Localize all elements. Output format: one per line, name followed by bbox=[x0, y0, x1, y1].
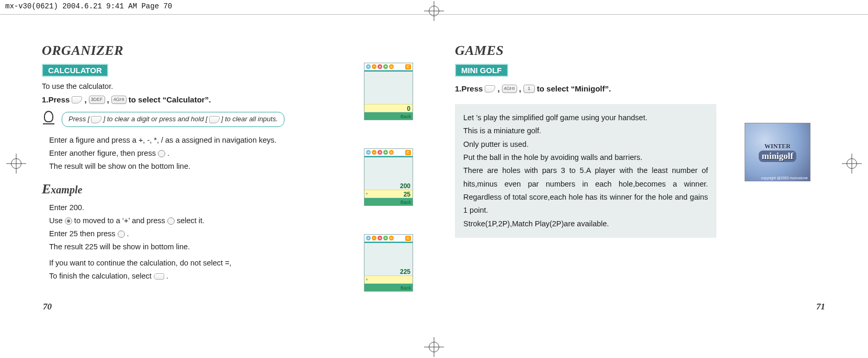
minus-icon: − bbox=[372, 64, 376, 69]
panel-l5: There are holes with pars 3 to 5.A playe… bbox=[463, 164, 708, 217]
thumb-top: WINTER bbox=[764, 143, 791, 151]
plus-icon: + bbox=[383, 64, 388, 69]
softkey-icon bbox=[72, 96, 82, 103]
instr-2: Enter another figure, then press . bbox=[49, 148, 413, 159]
page-title-left: ORGANIZER bbox=[42, 43, 413, 59]
nav-ok-icon bbox=[167, 217, 175, 225]
key-1-icon: 1 bbox=[523, 85, 535, 93]
panel-l2: This is a miniature golf. bbox=[463, 124, 708, 137]
softkey-icon bbox=[209, 116, 220, 123]
minigolf-thumbnail: WINTER minigolf copyright @2003 monoston… bbox=[745, 123, 810, 181]
calc-shot-3: ÷ − × + = C 225 + Back bbox=[364, 234, 413, 292]
panel-l1: Let ’s play the simplified golf game usi… bbox=[463, 111, 708, 124]
thumb-main: minigolf bbox=[759, 151, 796, 162]
tip-p3: ] to clear all inputs. bbox=[221, 114, 278, 124]
end-key-icon bbox=[154, 273, 164, 280]
nav-ok-icon bbox=[158, 150, 165, 157]
registration-mark-right bbox=[845, 157, 859, 170]
multiply-icon: × bbox=[378, 236, 382, 240]
calc2-line1: 200 bbox=[400, 182, 410, 190]
ex-1: Enter 200. bbox=[49, 202, 413, 213]
clear-icon: C bbox=[405, 64, 411, 70]
calc-step1: 1.Press , 3DEF, 4GHI to select “Calculat… bbox=[42, 94, 413, 106]
tip-p2: ] to clear a digit or press and hold [ bbox=[103, 114, 207, 124]
multiply-icon: × bbox=[378, 64, 382, 69]
golf-step1-suffix: to select “Minigolf”. bbox=[537, 83, 611, 95]
calc-shot-2: ÷ − × + = C 200 25 + Back bbox=[364, 148, 413, 206]
equals-icon: = bbox=[389, 236, 394, 240]
panel-l4: Put the ball in the hole by avoiding wal… bbox=[463, 151, 708, 164]
softkey-icon bbox=[91, 116, 101, 123]
page-left: ORGANIZER CALCULATOR To use the calculat… bbox=[37, 31, 418, 311]
calc-back-1: Back bbox=[364, 112, 413, 120]
divide-icon: ÷ bbox=[366, 64, 371, 69]
calc3-op: + bbox=[364, 275, 413, 284]
plus-icon: + bbox=[383, 236, 388, 240]
multiply-icon: × bbox=[378, 150, 382, 155]
ex-3: Enter 25 then press . bbox=[49, 228, 413, 239]
calc-shot-1: ÷ − × + = C 0 Back bbox=[364, 63, 413, 120]
panel-l3: Only putter is used. bbox=[463, 138, 708, 151]
thumb-copyright: copyright @2003 monostone bbox=[761, 176, 808, 180]
ex-4: The result 225 will be show in bottom li… bbox=[49, 241, 413, 252]
clear-icon: C bbox=[405, 236, 411, 241]
tip-p1: Press [ bbox=[68, 114, 89, 124]
golf-step1: 1.Press , 4GHI, 1 to select “Minigolf”. bbox=[455, 83, 826, 95]
equals-icon: = bbox=[389, 64, 394, 69]
nav-ok-icon bbox=[118, 230, 125, 238]
equals-icon: = bbox=[389, 150, 394, 155]
calc-back-3: Back bbox=[364, 284, 413, 291]
calc-screenshots: ÷ − × + = C 0 Back ÷ − × bbox=[364, 63, 413, 292]
example-heading: EExamplexample bbox=[42, 179, 413, 199]
minigolf-info-panel: Let ’s play the simplified golf game usi… bbox=[455, 104, 716, 238]
calc-back-2: Back bbox=[364, 198, 413, 205]
tip-row: Press [ ] to clear a digit or press and … bbox=[42, 111, 413, 129]
page-title-right: GAMES bbox=[455, 43, 826, 59]
tip-bubble: Press [ ] to clear a digit or press and … bbox=[62, 112, 284, 127]
calc2-line2: 25 bbox=[404, 191, 410, 198]
ex-2: Use to moved to a ‘+’ and press select i… bbox=[49, 215, 413, 226]
softkey-icon bbox=[485, 85, 495, 93]
registration-mark-bottom bbox=[427, 340, 441, 354]
calc3-value: 225 bbox=[400, 268, 410, 275]
step1-suffix: to select “Calculator”. bbox=[129, 94, 211, 106]
panel-l6: Stroke(1P,2P),Match Play(2P)are availabl… bbox=[463, 217, 708, 230]
divide-icon: ÷ bbox=[366, 150, 371, 155]
calc1-value: 0 bbox=[407, 105, 410, 112]
divide-icon: ÷ bbox=[366, 236, 371, 240]
step1-prefix: 1.Press bbox=[42, 94, 70, 106]
nav-direction-icon bbox=[65, 217, 72, 225]
golf-step1-prefix: 1.Press bbox=[455, 83, 483, 95]
instr-3: The result will be show on the bottom li… bbox=[49, 161, 413, 172]
ex-6: To finish the calculation, select . bbox=[49, 271, 413, 282]
registration-mark-top bbox=[427, 4, 441, 18]
page-number-left: 70 bbox=[43, 302, 52, 312]
instr-1: Enter a figure and press a +, -, *, / as… bbox=[49, 135, 413, 146]
lightbulb-icon bbox=[42, 111, 56, 129]
plus-icon: + bbox=[383, 150, 388, 155]
key-4-icon: 4GHI bbox=[111, 96, 127, 104]
page-right: GAMES MINI GOLF 1.Press , 4GHI, 1 to sel… bbox=[450, 31, 831, 311]
clear-icon: C bbox=[405, 150, 411, 155]
key-3-icon: 3DEF bbox=[89, 96, 105, 104]
minus-icon: − bbox=[372, 150, 376, 155]
key-4-icon: 4GHI bbox=[502, 85, 517, 93]
section-calculator: CALCULATOR bbox=[42, 64, 108, 77]
page-number-right: 71 bbox=[816, 302, 825, 312]
calc-intro: To use the calculator. bbox=[42, 81, 413, 92]
minus-icon: − bbox=[372, 236, 376, 240]
ex-5: If you want to continue the calculation,… bbox=[49, 258, 413, 269]
registration-mark-left bbox=[9, 157, 23, 170]
section-minigolf: MINI GOLF bbox=[455, 64, 508, 77]
